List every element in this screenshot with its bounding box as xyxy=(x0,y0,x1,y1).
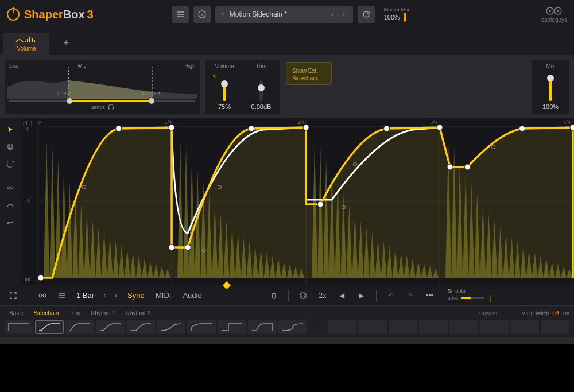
preset-tab-rhythm1[interactable]: Rhythm 1 xyxy=(86,308,120,318)
tool-curve[interactable] xyxy=(3,198,17,212)
svg-point-25 xyxy=(185,244,191,250)
svg-point-45 xyxy=(301,294,302,295)
headphones-icon[interactable] xyxy=(107,103,114,111)
midi-switch-off[interactable]: Off xyxy=(552,311,559,316)
svg-point-34 xyxy=(570,125,574,130)
mix-knob[interactable]: Mix 100% xyxy=(537,63,564,110)
preset-slot-7[interactable] xyxy=(187,320,216,334)
mode-sync[interactable]: Sync xyxy=(124,291,148,300)
svg-point-4 xyxy=(549,10,551,12)
tool-pointer[interactable] xyxy=(3,123,17,137)
custom-slot-5[interactable] xyxy=(449,320,478,334)
svg-point-30 xyxy=(437,125,443,130)
preset-slot-4[interactable] xyxy=(96,320,125,334)
bands-panel[interactable]: Low Mid High 222Hz 4.22kHz Bands xyxy=(5,60,200,114)
list-icon[interactable] xyxy=(55,288,69,303)
custom-slot-6[interactable] xyxy=(480,320,509,334)
preset-slot-10[interactable] xyxy=(278,320,307,334)
smooth-value: 40% xyxy=(448,296,458,301)
svg-point-9 xyxy=(7,187,10,189)
tool-grid[interactable] xyxy=(3,157,17,171)
custom-slot-2[interactable] xyxy=(358,320,387,334)
undo-button[interactable]: ↶ xyxy=(383,288,398,303)
preset-selector[interactable]: ♥ Motion Sidechain * ‹ › xyxy=(215,6,353,23)
speed-value[interactable]: 2x xyxy=(315,291,330,300)
svg-point-47 xyxy=(301,296,302,297)
preset-slot-1[interactable] xyxy=(5,320,33,334)
svg-point-12 xyxy=(7,223,9,224)
delete-button[interactable] xyxy=(266,288,281,303)
svg-point-46 xyxy=(304,294,305,295)
heart-icon[interactable]: ♥ xyxy=(221,10,225,18)
preset-next-button[interactable]: › xyxy=(340,10,347,18)
fullscreen-button[interactable] xyxy=(6,288,21,303)
tab-volume[interactable]: Volume xyxy=(3,33,49,55)
svg-point-23 xyxy=(169,125,174,130)
play-forward-button[interactable]: ▶ xyxy=(354,288,369,303)
length-next[interactable]: › xyxy=(113,292,119,300)
svg-point-24 xyxy=(169,244,174,250)
preset-name: Motion Sidechain * xyxy=(230,10,324,18)
help-button[interactable]: ? xyxy=(193,6,211,23)
add-tab-button[interactable]: + xyxy=(52,32,81,55)
svg-rect-44 xyxy=(300,293,306,298)
wave-icon: ∿ xyxy=(212,73,217,79)
length-value[interactable]: 1 Bar xyxy=(74,291,96,300)
svg-text:?: ? xyxy=(200,11,203,17)
preset-slot-5[interactable] xyxy=(126,320,155,334)
length-prev[interactable]: ‹ xyxy=(101,292,108,300)
band-range-slider[interactable] xyxy=(9,100,195,102)
tool-draw[interactable] xyxy=(3,215,17,229)
preset-tab-basic[interactable]: Basic xyxy=(5,308,28,318)
preset-tab-sidechain[interactable]: Sidechain xyxy=(29,308,63,318)
svg-point-33 xyxy=(519,126,525,131)
custom-slot-1[interactable] xyxy=(328,320,356,334)
preset-tab-rhythm2[interactable]: Rhythm 2 xyxy=(121,308,155,318)
random-button[interactable] xyxy=(296,288,311,303)
preset-prev-button[interactable]: ‹ xyxy=(329,10,336,18)
preset-slot-6[interactable] xyxy=(157,320,185,334)
svg-point-28 xyxy=(317,201,323,207)
preset-slot-9[interactable] xyxy=(248,320,277,334)
master-mix[interactable]: Master Mix 100% xyxy=(384,7,409,22)
play-back-button[interactable]: ◀ xyxy=(335,288,350,303)
mode-midi[interactable]: MIDI xyxy=(152,291,174,300)
svg-point-10 xyxy=(11,187,13,189)
more-button[interactable]: ••• xyxy=(422,288,437,303)
preset-slot-8[interactable] xyxy=(218,320,246,334)
svg-point-26 xyxy=(249,126,254,131)
svg-point-5 xyxy=(557,10,559,12)
svg-point-29 xyxy=(384,126,390,131)
tab-volume-label: Volume xyxy=(15,45,38,52)
band-low-label: Low xyxy=(9,63,19,69)
show-sidechain-button[interactable]: Show Ext. Sidechain xyxy=(286,62,332,85)
custom-slot-7[interactable] xyxy=(510,320,539,334)
tool-magnet[interactable] xyxy=(3,140,17,154)
smooth-control[interactable]: Smooth 40% ⌋ xyxy=(448,288,491,303)
volume-knob[interactable]: Volume ∿ 75% xyxy=(211,63,238,110)
preset-slot-2[interactable] xyxy=(35,320,64,334)
reload-button[interactable] xyxy=(358,6,375,23)
mode-audio[interactable]: Audio xyxy=(179,291,205,300)
midi-switch-on[interactable]: On xyxy=(563,311,569,316)
redo-button[interactable]: ↷ xyxy=(403,288,418,303)
link-icon[interactable] xyxy=(35,288,50,303)
bands-footer-label: Bands xyxy=(90,104,105,110)
preset-tab-trim[interactable]: Trim xyxy=(64,308,85,318)
power-button[interactable] xyxy=(7,8,20,21)
custom-slot-3[interactable] xyxy=(389,320,417,334)
preset-slot-3[interactable] xyxy=(65,320,94,334)
svg-point-48 xyxy=(304,296,305,297)
custom-slot-4[interactable] xyxy=(419,320,448,334)
app-logo: ShaperBox3 xyxy=(24,8,94,21)
svg-point-31 xyxy=(447,164,453,170)
menu-button[interactable] xyxy=(172,6,189,23)
curve-editor[interactable]: [dB] 0 -6 -Inf 0 1/4 2/4 3/4 4/4 xyxy=(21,118,574,285)
trim-knob[interactable]: Trim 0.00dB xyxy=(248,63,274,110)
brand-logo: cableguys xyxy=(541,6,567,23)
master-mix-label: Master Mix xyxy=(384,7,409,13)
band-high-label: High xyxy=(184,63,195,69)
tool-link[interactable] xyxy=(3,181,17,195)
custom-slot-8[interactable] xyxy=(541,320,569,334)
custom-label: Custom xyxy=(479,311,497,316)
